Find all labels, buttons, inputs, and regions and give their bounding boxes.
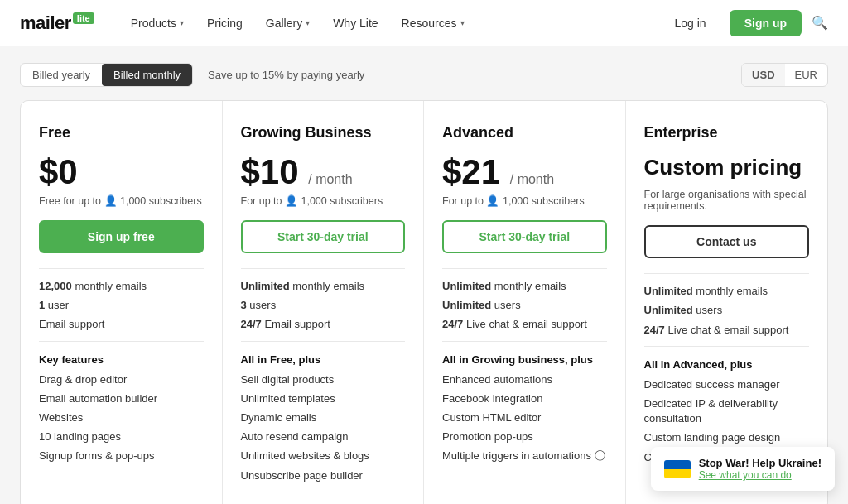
ukraine-banner: Stop War! Help Ukraine! See what you can… xyxy=(651,447,835,491)
feature-facebook-advanced: Facebook integration xyxy=(442,391,607,406)
section-label-free: Key features xyxy=(39,353,204,366)
plan-name-growing: Growing Business xyxy=(241,124,406,142)
plan-price-growing: $10 / month xyxy=(241,155,406,190)
plan-price-advanced: $21 / month xyxy=(442,155,607,190)
billing-monthly[interactable]: Billed monthly xyxy=(102,64,192,86)
ukraine-link[interactable]: See what you can do xyxy=(699,469,822,481)
plan-growing: Growing Business $10 / month For up to 👤… xyxy=(223,101,425,504)
navbar: mailer lite Products ▾ Pricing Gallery ▾… xyxy=(0,0,848,46)
billing-bar: Billed yearly Billed monthly Save up to … xyxy=(0,46,848,100)
feature-automation-free: Email automation builder xyxy=(39,391,204,406)
plan-sub-advanced: For up to 👤 1,000 subscribers xyxy=(442,194,607,207)
feature-emails-advanced: Unlimited monthly emails xyxy=(442,279,607,294)
cta-advanced[interactable]: Start 30-day trial xyxy=(442,220,607,253)
nav-item-whylite[interactable]: Why Lite xyxy=(323,12,388,35)
billing-save-text: Save up to 15% by paying yearly xyxy=(208,69,364,81)
ukraine-title: Stop War! Help Ukraine! xyxy=(699,457,822,469)
feature-users-advanced: Unlimited users xyxy=(442,298,607,313)
feature-automations-advanced: Enhanced automations xyxy=(442,372,607,387)
nav-item-products[interactable]: Products ▾ xyxy=(121,12,194,35)
plan-free: Free $0 Free for up to 👤 1,000 subscribe… xyxy=(21,101,223,504)
feature-support-enterprise: 24/7 Live chat & email support xyxy=(644,323,810,338)
nav-item-gallery[interactable]: Gallery ▾ xyxy=(256,12,320,35)
plan-name-enterprise: Enterprise xyxy=(644,124,810,142)
feature-forms-free: Signup forms & pop-ups xyxy=(39,449,204,463)
feature-landing-enterprise: Custom landing page design xyxy=(644,430,810,445)
feature-websites-growing: Unlimited websites & blogs xyxy=(241,449,406,463)
feature-popups-advanced: Promotion pop-ups xyxy=(442,430,607,444)
billing-yearly[interactable]: Billed yearly xyxy=(21,64,102,86)
nav-label-resources: Resources xyxy=(402,17,457,30)
feature-digital-growing: Sell digital products xyxy=(241,372,406,387)
chevron-down-icon-resources: ▾ xyxy=(460,18,465,27)
currency-toggle[interactable]: USD EUR xyxy=(741,63,828,87)
nav-right: Log in Sign up 🔍 xyxy=(662,10,828,36)
nav-links: Products ▾ Pricing Gallery ▾ Why Lite Re… xyxy=(121,12,662,35)
signup-button[interactable]: Sign up xyxy=(730,10,802,36)
feature-users-free: 1 user xyxy=(39,298,204,313)
plan-enterprise: Enterprise Custom pricing For large orga… xyxy=(626,101,828,504)
ukraine-flag xyxy=(664,460,691,478)
plan-price-suffix-advanced: / month xyxy=(510,172,554,186)
cta-enterprise[interactable]: Contact us xyxy=(644,225,810,258)
cta-free[interactable]: Sign up free xyxy=(39,220,204,253)
chevron-down-icon: ▾ xyxy=(180,18,184,27)
feature-html-advanced: Custom HTML editor xyxy=(442,410,607,425)
cta-growing[interactable]: Start 30-day trial xyxy=(241,220,406,253)
plan-name-advanced: Advanced xyxy=(442,124,607,142)
nav-label-whylite: Why Lite xyxy=(333,17,378,30)
plan-advanced: Advanced $21 / month For up to 👤 1,000 s… xyxy=(424,101,626,504)
feature-websites-free: Websites xyxy=(39,410,204,425)
ukraine-text: Stop War! Help Ukraine! See what you can… xyxy=(699,457,822,481)
feature-support-advanced: 24/7 Live chat & email support xyxy=(442,317,607,332)
currency-eur[interactable]: EUR xyxy=(785,64,827,86)
feature-dynamic-growing: Dynamic emails xyxy=(241,410,406,425)
flag-blue xyxy=(664,460,691,469)
plan-sub-free: Free for up to 👤 1,000 subscribers xyxy=(39,194,204,207)
plan-price-enterprise: Custom pricing xyxy=(644,155,810,180)
feature-emails-free: 12,000 monthly emails xyxy=(39,279,204,294)
flag-yellow xyxy=(664,469,691,478)
currency-usd[interactable]: USD xyxy=(742,64,784,86)
section-label-growing: All in Free, plus xyxy=(241,353,406,366)
nav-label-products: Products xyxy=(131,17,176,30)
feature-dnd-free: Drag & drop editor xyxy=(39,372,204,387)
search-icon[interactable]: 🔍 xyxy=(812,15,828,31)
plan-price-suffix-growing: / month xyxy=(308,172,352,186)
nav-label-pricing: Pricing xyxy=(207,17,243,30)
pricing-grid: Free $0 Free for up to 👤 1,000 subscribe… xyxy=(20,100,828,504)
feature-support-growing: 24/7 Email support xyxy=(241,317,406,332)
chevron-down-icon-gallery: ▾ xyxy=(306,18,310,27)
feature-success-enterprise: Dedicated success manager xyxy=(644,377,810,392)
feature-emails-enterprise: Unlimited monthly emails xyxy=(644,284,810,299)
feature-landing-free: 10 landing pages xyxy=(39,430,204,444)
section-label-enterprise: All in Advanced, plus xyxy=(644,358,810,371)
feature-unsub-growing: Unsubscribe page builder xyxy=(241,468,406,483)
logo-badge: lite xyxy=(73,12,94,24)
logo[interactable]: mailer lite xyxy=(20,12,94,34)
nav-item-pricing[interactable]: Pricing xyxy=(197,12,253,35)
feature-support-free: Email support xyxy=(39,317,204,332)
login-button[interactable]: Log in xyxy=(662,11,720,36)
feature-users-growing: 3 users xyxy=(241,298,406,313)
feature-emails-growing: Unlimited monthly emails xyxy=(241,279,406,294)
feature-triggers-advanced: Multiple triggers in automations ⓘ xyxy=(442,449,607,463)
feature-templates-growing: Unlimited templates xyxy=(241,391,406,406)
feature-ip-enterprise: Dedicated IP & deliverability consultati… xyxy=(644,396,810,426)
plan-price-free: $0 xyxy=(39,155,204,190)
plan-sub-growing: For up to 👤 1,000 subscribers xyxy=(241,194,406,207)
feature-users-enterprise: Unlimited users xyxy=(644,303,810,318)
nav-item-resources[interactable]: Resources ▾ xyxy=(392,12,475,35)
nav-label-gallery: Gallery xyxy=(266,17,302,30)
section-label-advanced: All in Growing business, plus xyxy=(442,353,607,366)
plan-name-free: Free xyxy=(39,124,204,142)
logo-text: mailer xyxy=(20,12,71,34)
feature-resend-growing: Auto resend campaign xyxy=(241,430,406,444)
billing-toggle[interactable]: Billed yearly Billed monthly xyxy=(20,63,193,87)
plan-sub-enterprise: For large organisations with special req… xyxy=(644,189,810,212)
